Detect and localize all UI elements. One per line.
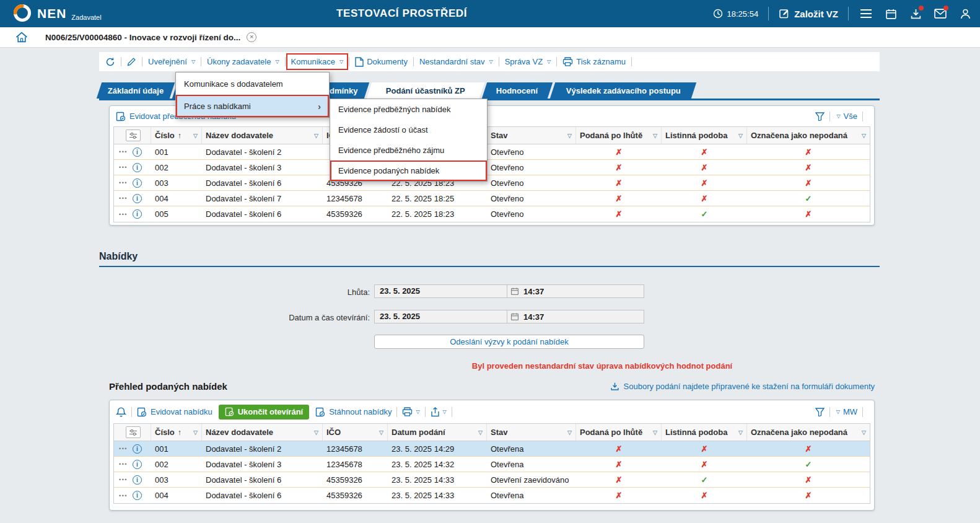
column-header-po-lhute[interactable]: Podaná po lhůtě▽ [576, 424, 662, 441]
column-header-nepodana[interactable]: Označena jako nepodaná▽ [747, 127, 870, 144]
column-header-cislo[interactable]: Číslo↑▽ [151, 424, 202, 441]
view-selector[interactable]: ▽ MW [835, 407, 857, 416]
info-icon[interactable]: i [133, 163, 142, 172]
table-row[interactable]: •••i 002 Dodavatel - školení 3 12345678 … [114, 457, 870, 472]
brand[interactable]: NEN Zadavatel [12, 3, 102, 23]
menu-sprava-vz[interactable]: Správa VZ ▽ [505, 57, 551, 66]
menu-uverejneni[interactable]: Uveřejnění ▽ [148, 57, 195, 66]
calendar-icon[interactable] [510, 312, 519, 321]
tab-podani-ucastniku[interactable]: Podání účastníků ZP [367, 82, 484, 99]
row-menu-button[interactable]: ••• [119, 164, 128, 170]
filter-triangle-icon[interactable]: ▽ [565, 133, 572, 139]
info-icon[interactable]: i [133, 178, 142, 188]
filter-triangle-icon[interactable]: ▽ [377, 429, 383, 436]
info-icon[interactable]: i [133, 209, 142, 219]
info-icon[interactable]: i [133, 444, 142, 454]
export-button[interactable]: ▽ [431, 407, 447, 417]
calendar-icon[interactable] [510, 287, 519, 296]
table-row[interactable]: •••i 002 Dodavatel - školení 3 Otevřeno … [114, 160, 870, 175]
ukoncit-oteviani-button[interactable]: Ukončit otevírání [219, 405, 309, 420]
view-selector[interactable]: ▽ Vše [835, 112, 857, 121]
menu-ukony-zadavatele[interactable]: Úkony zadavatele ▽ [207, 57, 279, 66]
tab-vysledek[interactable]: Výsledek zadávacího postupu [550, 82, 696, 99]
table-row[interactable]: •••i 004 Dodavatel - školení 7 12345678 … [114, 191, 870, 206]
row-menu-button[interactable]: ••• [119, 149, 128, 155]
menu-komunikace[interactable]: Komunikace ▽ [291, 57, 344, 66]
menu-dokumenty[interactable]: Dokumenty [355, 57, 408, 67]
column-header-nazev[interactable]: Název dodavatele▽ [202, 127, 323, 144]
hamburger-menu-button[interactable] [859, 6, 873, 21]
otevirani-date-input[interactable]: 23. 5. 2025 [375, 310, 507, 323]
row-menu-button[interactable]: ••• [119, 446, 128, 452]
info-icon[interactable]: i [133, 194, 142, 203]
otevirani-time-input[interactable]: 14:37 [507, 310, 644, 323]
filter-button[interactable] [815, 112, 825, 121]
menu-nestandardni-stav[interactable]: Nestandardní stav ▽ [419, 57, 493, 66]
info-icon[interactable]: i [133, 460, 142, 469]
bell-button[interactable] [116, 407, 126, 418]
info-icon[interactable]: i [133, 475, 142, 485]
calendar-button[interactable] [883, 6, 898, 21]
filter-triangle-icon[interactable]: ▽ [191, 429, 198, 436]
table-row[interactable]: •••i 001 Dodavatel - školení 2 12345678 … [114, 441, 870, 457]
filter-button[interactable] [815, 408, 825, 416]
filter-triangle-icon[interactable]: ▽ [565, 429, 572, 436]
menu-item-evidence-podanych-nabidek[interactable]: Evidence podaných nabídek [330, 160, 487, 181]
filter-triangle-icon[interactable]: ▽ [312, 133, 318, 139]
filter-triangle-icon[interactable]: ▽ [650, 429, 657, 436]
downloads-button[interactable] [908, 6, 923, 21]
messages-button[interactable] [933, 6, 948, 21]
odeslani-vyzvy-button[interactable]: Odeslání výzvy k podání nabídek [374, 335, 644, 349]
row-menu-button[interactable]: ••• [119, 461, 128, 467]
filter-triangle-icon[interactable]: ▽ [476, 429, 483, 436]
tab-hodnoceni[interactable]: Hodnocení [482, 82, 553, 99]
stahnout-nabidky-button[interactable]: Stáhnout nabídky [315, 407, 392, 417]
filter-triangle-icon[interactable]: ▽ [191, 133, 198, 139]
table-row[interactable]: •••i 003 Dodavatel - školení 6 45359326 … [114, 472, 870, 488]
table-row[interactable]: •••i 004 Dodavatel - školení 6 45359326 … [114, 488, 870, 503]
column-settings-button[interactable] [126, 130, 141, 141]
evidovat-nabidku-button[interactable]: Evidovat nabídku [137, 407, 212, 417]
close-breadcrumb-button[interactable]: × [247, 32, 256, 42]
column-header-ico[interactable]: IČO▽ [323, 424, 388, 441]
filter-triangle-icon[interactable]: ▽ [859, 429, 866, 436]
edit-record-button[interactable] [127, 57, 136, 66]
soubory-podani-link[interactable]: Soubory podání najdete připravené ke sta… [610, 382, 875, 391]
filter-triangle-icon[interactable]: ▽ [650, 133, 657, 139]
info-icon[interactable]: i [133, 491, 142, 500]
row-menu-button[interactable]: ••• [119, 180, 128, 186]
print-table-button[interactable]: ▽ [402, 407, 419, 416]
info-icon[interactable]: i [133, 147, 142, 157]
row-menu-button[interactable]: ••• [119, 493, 128, 499]
column-header-listinna[interactable]: Listinná podoba▽ [662, 127, 747, 144]
history-button[interactable] [105, 57, 115, 67]
column-header-listinna[interactable]: Listinná podoba▽ [662, 424, 747, 441]
column-header-datum[interactable]: Datum podání▽ [388, 424, 487, 441]
breadcrumb-item[interactable]: N006/25/V00004860 - Inovace v rozvoji ří… [45, 33, 240, 42]
column-header-po-lhute[interactable]: Podaná po lhůtě▽ [576, 127, 662, 144]
home-button[interactable] [15, 32, 28, 43]
menu-item-prace-s-nabidkami[interactable]: Práce s nabídkami › [176, 95, 329, 117]
column-settings-button[interactable] [126, 426, 141, 438]
profile-button[interactable] [958, 6, 973, 21]
column-header-stav[interactable]: Stav▽ [487, 424, 576, 441]
tab-zakladni-udaje[interactable]: Základní údaje [97, 82, 175, 99]
menu-item-evidence-predbezneho-zajmu[interactable]: Evidence předběžného zájmu [330, 140, 487, 160]
table-row[interactable]: •••i 003 Dodavatel - školení 6 45359326 … [114, 175, 870, 191]
column-header-stav[interactable]: Stav▽ [487, 127, 576, 144]
column-header-nepodana[interactable]: Označena jako nepodaná▽ [747, 424, 870, 441]
filter-triangle-icon[interactable]: ▽ [736, 133, 743, 139]
lhuta-time-input[interactable]: 14:37 [507, 285, 644, 297]
create-vz-button[interactable]: Založit VZ [779, 8, 838, 19]
row-menu-button[interactable]: ••• [119, 195, 128, 201]
row-menu-button[interactable]: ••• [119, 211, 128, 218]
lhuta-date-input[interactable]: 23. 5. 2025 [375, 285, 507, 297]
menu-item-komunikace-s-dodavatelem[interactable]: Komunikace s dodavatelem [176, 73, 329, 95]
menu-item-evidence-zadosti-o-ucast[interactable]: Evidence žádostí o účast [330, 120, 487, 140]
print-record-button[interactable]: Tisk záznamu [562, 57, 626, 66]
filter-triangle-icon[interactable]: ▽ [859, 133, 866, 139]
column-header-cislo[interactable]: Číslo↑▽ [151, 127, 202, 144]
menu-item-evidence-predbeznych-nabidek[interactable]: Evidence předběžných nabídek [330, 99, 487, 120]
table-row[interactable]: •••i 005 Dodavatel - školení 6 45359326 … [114, 206, 870, 222]
table-row[interactable]: •••i 001 Dodavatel - školení 2 Otevřeno … [114, 144, 870, 160]
